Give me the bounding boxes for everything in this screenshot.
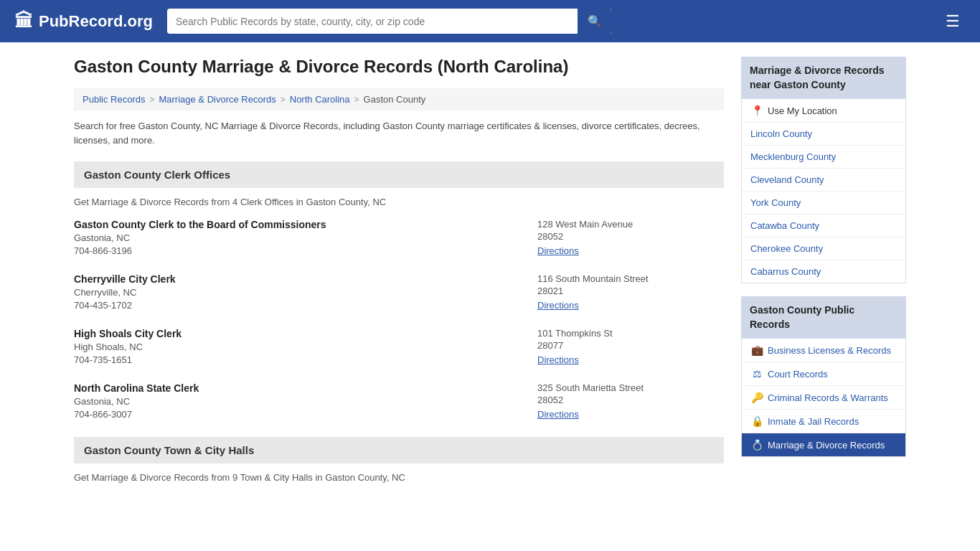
listing-right: 101 Thompkins St 28077 Directions: [537, 328, 724, 365]
sidebar-county-item[interactable]: Cabarrus County: [742, 260, 905, 283]
town-halls-desc: Get Marriage & Divorce Records from 9 To…: [74, 472, 724, 483]
directions-link[interactable]: Directions: [537, 300, 579, 311]
breadcrumb-sep-3: >: [354, 95, 359, 105]
directions-link[interactable]: Directions: [537, 245, 579, 256]
use-location-label: Use My Location: [768, 105, 837, 116]
listing-right: 128 West Main Avenue 28052 Directions: [537, 219, 724, 256]
record-icon: 💼: [750, 344, 763, 356]
location-icon: 📍: [750, 105, 763, 116]
record-icon: ⚖: [750, 368, 763, 380]
sidebar-county-label: York County: [750, 197, 801, 208]
sidebar-public-records-header: Gaston County Public Records: [741, 296, 906, 339]
breadcrumb-public-records[interactable]: Public Records: [83, 94, 145, 105]
sidebar-record-item[interactable]: ⚖ Court Records: [742, 362, 905, 386]
listing-entry: Gaston County Clerk to the Board of Comm…: [74, 219, 724, 259]
listing-entry: High Shoals City Clerk High Shoals, NC 7…: [74, 328, 724, 368]
sidebar-county-label: Cabarrus County: [750, 266, 821, 277]
listing-zip: 28052: [537, 231, 724, 242]
town-halls-header: Gaston County Town & City Halls: [74, 437, 724, 463]
listing-zip: 28052: [537, 395, 724, 405]
sidebar-county-item[interactable]: Lincoln County: [742, 123, 905, 146]
sidebar-public-records-body: 💼 Business Licenses & Records ⚖ Court Re…: [741, 339, 906, 457]
sidebar-county-item[interactable]: Mecklenburg County: [742, 146, 905, 169]
sidebar-record-item[interactable]: 🔒 Inmate & Jail Records: [742, 410, 905, 433]
listing-entry: North Carolina State Clerk Gastonia, NC …: [74, 382, 724, 423]
menu-button[interactable]: ☰: [940, 9, 966, 34]
sidebar: Marriage & Divorce Records near Gaston C…: [741, 57, 906, 494]
sidebar-county-label: Lincoln County: [750, 128, 812, 139]
nearby-counties-list: Lincoln CountyMecklenburg CountyClevelan…: [742, 123, 905, 283]
record-icon: 💍: [750, 439, 763, 451]
logo[interactable]: 🏛 PubRecord.org: [14, 10, 153, 32]
page-description: Search for free Gaston County, NC Marria…: [74, 119, 724, 147]
clerk-offices-desc: Get Marriage & Divorce Records from 4 Cl…: [74, 197, 724, 207]
breadcrumb-sep-1: >: [149, 95, 154, 105]
listing-phone: 704-735-1651: [74, 354, 537, 365]
breadcrumb-sep-2: >: [281, 95, 286, 105]
search-icon: 🔍: [588, 15, 602, 27]
main-container: Gaston County Marriage & Divorce Records…: [60, 42, 920, 509]
logo-icon: 🏛: [14, 10, 33, 32]
listing-city: High Shoals, NC: [74, 342, 537, 352]
directions-link[interactable]: Directions: [537, 409, 579, 420]
sidebar-county-item[interactable]: Catawba County: [742, 215, 905, 237]
listing-address: 128 West Main Avenue: [537, 219, 724, 230]
listing-left: Gaston County Clerk to the Board of Comm…: [74, 219, 537, 256]
record-label: Marriage & Divorce Records: [768, 440, 885, 451]
sidebar-county-label: Cherokee County: [750, 243, 823, 254]
listing-name: Gaston County Clerk to the Board of Comm…: [74, 219, 537, 230]
content-area: Gaston County Marriage & Divorce Records…: [74, 57, 724, 494]
listing-name: Cherryville City Clerk: [74, 273, 537, 285]
listing-right: 116 South Mountain Street 28021 Directio…: [537, 273, 724, 311]
record-label: Criminal Records & Warrants: [768, 392, 888, 403]
search-input[interactable]: [167, 10, 578, 33]
breadcrumb-current: Gaston County: [364, 94, 426, 105]
listing-left: High Shoals City Clerk High Shoals, NC 7…: [74, 328, 537, 365]
listing-name: North Carolina State Clerk: [74, 382, 537, 394]
sidebar-record-item[interactable]: 💍 Marriage & Divorce Records: [742, 433, 905, 456]
sidebar-county-item[interactable]: York County: [742, 192, 905, 215]
directions-link[interactable]: Directions: [537, 354, 579, 365]
search-button[interactable]: 🔍: [578, 9, 612, 34]
record-label: Business Licenses & Records: [768, 345, 891, 356]
listing-phone: 704-435-1702: [74, 300, 537, 311]
sidebar-county-item[interactable]: Cherokee County: [742, 237, 905, 260]
record-label: Inmate & Jail Records: [768, 416, 859, 427]
listing-right: 325 South Marietta Street 28052 Directio…: [537, 382, 724, 420]
listing-city: Gastonia, NC: [74, 232, 537, 243]
public-records-list: 💼 Business Licenses & Records ⚖ Court Re…: [742, 339, 905, 456]
record-icon: 🔒: [750, 415, 763, 427]
listing-phone: 704-866-3196: [74, 245, 537, 256]
listing-zip: 28077: [537, 340, 724, 351]
hamburger-icon: ☰: [946, 12, 960, 30]
sidebar-county-label: Catawba County: [750, 220, 819, 231]
header: 🏛 PubRecord.org 🔍 ☰: [0, 0, 980, 42]
breadcrumb-marriage-divorce[interactable]: Marriage & Divorce Records: [159, 94, 275, 105]
logo-text: PubRecord.org: [39, 12, 153, 31]
sidebar-nearby-body: 📍 Use My Location Lincoln CountyMecklenb…: [741, 99, 906, 283]
record-icon: 🔑: [750, 392, 763, 403]
clerk-offices-header: Gaston County Clerk Offices: [74, 161, 724, 188]
breadcrumb-nc[interactable]: North Carolina: [290, 94, 350, 105]
sidebar-county-label: Cleveland County: [750, 174, 824, 185]
listing-address: 116 South Mountain Street: [537, 273, 724, 284]
sidebar-record-item[interactable]: 🔑 Criminal Records & Warrants: [742, 386, 905, 410]
record-label: Court Records: [768, 369, 828, 380]
clerk-entries-list: Gaston County Clerk to the Board of Comm…: [74, 219, 724, 423]
listing-zip: 28021: [537, 286, 724, 296]
breadcrumb: Public Records > Marriage & Divorce Reco…: [74, 88, 724, 110]
listing-city: Gastonia, NC: [74, 396, 537, 407]
sidebar-county-item[interactable]: Cleveland County: [742, 169, 905, 192]
page-title: Gaston County Marriage & Divorce Records…: [74, 57, 724, 77]
listing-city: Cherryville, NC: [74, 287, 537, 298]
listing-left: Cherryville City Clerk Cherryville, NC 7…: [74, 273, 537, 311]
sidebar-use-location[interactable]: 📍 Use My Location: [742, 99, 905, 123]
sidebar-nearby-header: Marriage & Divorce Records near Gaston C…: [741, 57, 906, 99]
listing-name: High Shoals City Clerk: [74, 328, 537, 339]
listing-phone: 704-866-3007: [74, 409, 537, 420]
listing-address: 325 South Marietta Street: [537, 382, 724, 393]
listing-left: North Carolina State Clerk Gastonia, NC …: [74, 382, 537, 420]
search-bar: 🔍: [167, 9, 612, 34]
sidebar-record-item[interactable]: 💼 Business Licenses & Records: [742, 339, 905, 362]
listing-address: 101 Thompkins St: [537, 328, 724, 339]
